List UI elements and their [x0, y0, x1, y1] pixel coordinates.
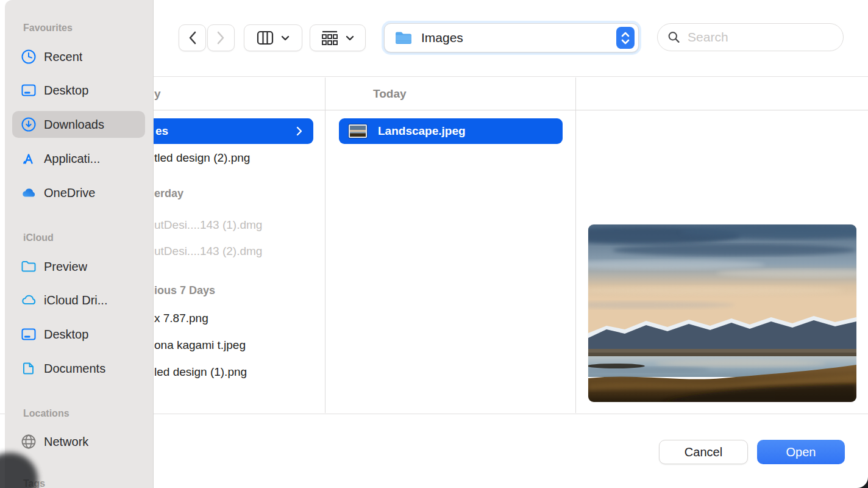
sidebar-item-documents[interactable]: Documents — [12, 355, 145, 382]
sidebar-item-desktop[interactable]: Desktop — [12, 77, 145, 104]
sidebar-item-label: OneDrive — [44, 186, 95, 200]
file-row-label: ious 7 Days — [154, 284, 215, 297]
sidebar-item-desktop[interactable]: Desktop — [12, 321, 145, 348]
chevron-down-icon — [281, 35, 290, 41]
desktop-icon — [21, 326, 37, 342]
column2-header: Today — [373, 77, 407, 110]
group-by-button[interactable] — [310, 24, 366, 51]
back-button[interactable] — [179, 24, 206, 51]
sidebar-item-preview[interactable]: Preview — [12, 253, 145, 280]
forward-button[interactable] — [207, 24, 235, 51]
dropdown-stepper-icon[interactable] — [616, 27, 635, 49]
clock-icon — [21, 49, 37, 65]
file-row-label: utDesi....143 (2).dmg — [154, 245, 262, 258]
folder-dropdown[interactable]: Images — [384, 23, 639, 52]
chevron-left-icon — [188, 30, 197, 45]
column-headers: y Today — [154, 77, 868, 110]
file-row-label: erday — [154, 187, 183, 200]
file-row-label: utDesi....143 (1).dmg — [154, 218, 262, 232]
cancel-button[interactable]: Cancel — [659, 440, 748, 464]
downloads-icon — [21, 117, 37, 132]
sidebar-item-downloads[interactable]: Downloads — [12, 111, 145, 138]
file-row-label: tled design (2).png — [154, 151, 250, 165]
column1-header: y — [154, 77, 161, 110]
document-icon — [21, 361, 37, 376]
globe-icon — [21, 434, 37, 450]
sidebar-section-favourites: Favourites — [23, 21, 73, 35]
sidebar-item-label: Network — [44, 435, 88, 449]
onedrive-cloud-icon — [21, 185, 37, 201]
group-icon — [321, 30, 338, 46]
landscape-photo — [588, 224, 856, 402]
folder-outline-icon — [21, 259, 37, 274]
sidebar-item-onedrive[interactable]: OneDrive — [12, 179, 145, 206]
sidebar-item-label: Downloads — [44, 118, 104, 132]
file-row-label: led design (1).png — [154, 365, 247, 379]
file-row-label: ona kagami t.jpeg — [154, 339, 246, 352]
sidebar-item-applicati-[interactable]: Applicati... — [12, 145, 145, 172]
search-icon — [667, 30, 680, 45]
sidebar-section-tags: Tags — [23, 476, 45, 488]
appstore-icon — [21, 151, 37, 167]
folder-icon — [394, 30, 413, 45]
open-file-dialog: Images y Today estled design (2).pngerda… — [0, 0, 868, 488]
file-row-landscape[interactable]: Landscape.jpeg — [339, 118, 563, 144]
file-row-label: x 7.87.png — [154, 312, 208, 325]
image-thumbnail-icon — [349, 124, 367, 138]
folder-dropdown-value: Images — [421, 30, 616, 45]
search-field[interactable] — [657, 23, 844, 51]
file-row-label: Landscape.jpeg — [378, 124, 466, 138]
search-input[interactable] — [688, 30, 834, 45]
toolbar: Images — [154, 0, 868, 77]
sidebar: FavouritesRecentDesktopDownloadsApplicat… — [5, 0, 154, 488]
chevron-right-icon — [216, 30, 226, 45]
sidebar-item-label: iCloud Dri... — [44, 293, 107, 307]
columns-icon — [257, 30, 274, 45]
sidebar-item-icloud-dri-[interactable]: iCloud Dri... — [12, 287, 145, 314]
sidebar-item-label: Desktop — [44, 328, 88, 342]
sidebar-section-locations: Locations — [23, 406, 69, 421]
sidebar-section-icloud: iCloud — [23, 231, 54, 245]
open-button[interactable]: Open — [757, 440, 845, 464]
chevron-down-icon — [346, 35, 354, 41]
preview-thumbnail — [588, 224, 856, 402]
sidebar-item-label: Applicati... — [44, 152, 100, 166]
desktop-icon — [21, 82, 37, 98]
sidebar-item-label: Desktop — [44, 84, 88, 98]
column-view-button[interactable] — [244, 24, 302, 51]
sidebar-item-label: Documents — [44, 362, 105, 376]
chevron-right-icon — [296, 126, 302, 139]
sidebar-item-network[interactable]: Network — [12, 428, 145, 455]
file-row-label: es — [155, 124, 168, 138]
sidebar-item-label: Recent — [44, 50, 82, 64]
sidebar-item-label: Preview — [44, 260, 87, 274]
icloud-cloud-icon — [21, 292, 37, 308]
sidebar-item-recent[interactable]: Recent — [12, 43, 145, 70]
